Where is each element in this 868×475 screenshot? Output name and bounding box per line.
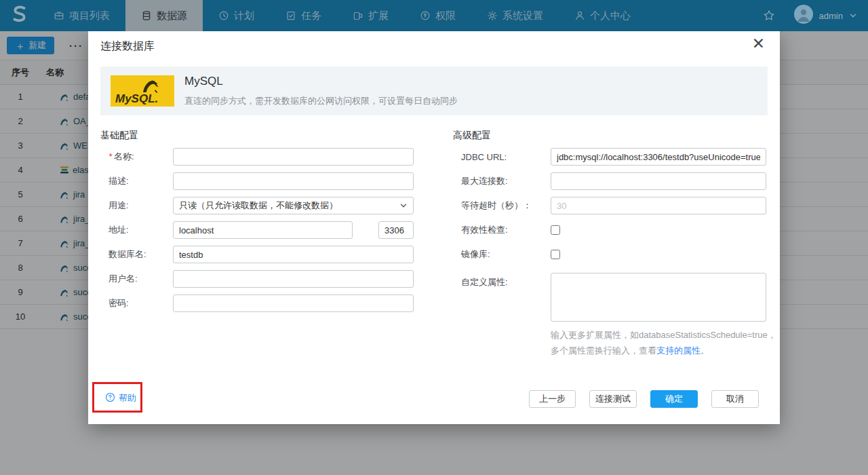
star-icon[interactable] [763,10,775,22]
timeout-field-row: 等待超时（秒）： [461,197,766,214]
host-input[interactable] [173,221,353,239]
validity-check-checkbox[interactable] [551,225,560,235]
usage-selected-value: 只读（只允许读取数据，不能修改数据） [179,200,338,212]
username-input[interactable] [173,270,414,288]
select-chevron-down-icon [399,202,408,210]
nav-item-extensions[interactable]: 扩展 [337,0,404,31]
username-label: 用户名: [108,273,173,285]
custom-properties-textarea[interactable] [551,273,766,322]
nav-item-tasks[interactable]: 任务 [270,0,337,31]
app-logo[interactable] [0,3,38,28]
connect-database-dialog: 连接数据库 ✕ MySQL. MySQL 直连的同步方式，需开发数据库的公网访问… [88,31,780,424]
close-icon[interactable]: ✕ [752,36,765,52]
port-input[interactable] [378,221,414,239]
username-label: admin [819,11,843,21]
database-name-field-row: 数据库名: [108,246,414,263]
validity-check-field-row: 有效性检查: [461,221,560,239]
nav-label: 权限 [435,10,456,22]
mirror-db-label: 镜像库: [461,248,551,261]
nav-item-profile[interactable]: 个人中心 [559,0,646,31]
username-field-row: 用户名: [108,270,414,288]
basic-config-section-title: 基础配置 [100,130,138,142]
nav-item-schedule[interactable]: 计划 [203,0,270,31]
mirror-db-checkbox[interactable] [551,250,560,259]
chevron-down-icon [849,12,857,20]
max-connections-field-row: 最大连接数: [461,172,766,190]
profile-icon [574,10,585,21]
datasource-type-banner: MySQL. MySQL 直连的同步方式，需开发数据库的公网访问权限，可设置每日… [100,66,768,115]
tasks-icon [285,10,296,21]
max-connections-label: 最大连接数: [461,175,551,187]
usage-field-row: 用途: 只读（只允许读取数据，不能修改数据） [108,197,414,214]
cancel-button[interactable]: 取消 [711,390,759,408]
password-field-row: 密码: [108,294,414,312]
datasource-type-description: 直连的同步方式，需开发数据库的公网访问权限，可设置每日自动同步 [184,95,458,107]
projects-icon [54,10,64,21]
svg-text:MySQL.: MySQL. [115,92,158,105]
connection-test-button[interactable]: 连接测试 [589,390,637,408]
jdbc-url-label: JDBC URL: [461,152,551,162]
nav-label: 个人中心 [590,10,631,22]
nav-label: 系统设置 [502,10,543,22]
nav-item-projects[interactable]: 项目列表 [38,0,125,31]
custom-properties-hint: 输入更多扩展属性，如databaseStatisticsSchedule=tru… [551,327,778,358]
nav-label: 数据源 [157,10,187,22]
usage-label: 用途: [108,200,173,212]
jdbc-url-input[interactable] [551,148,766,166]
avatar [794,5,813,26]
custom-properties-label: 自定义属性: [461,273,551,322]
nav-label: 计划 [234,10,254,22]
max-connections-input[interactable] [551,172,766,190]
timeout-label: 等待超时（秒）： [461,200,551,212]
password-label: 密码: [108,297,173,309]
nav-label: 任务 [301,10,321,22]
screen: 项目列表 数据源 计划 任务 扩展 权限 系统设置 个人中心 [0,0,868,475]
jdbc-url-field-row: JDBC URL: [461,148,766,166]
top-nav: 项目列表 数据源 计划 任务 扩展 权限 系统设置 个人中心 [38,0,646,31]
description-input[interactable] [173,172,414,190]
custom-properties-field-row: 自定义属性: [461,273,766,322]
help-link[interactable]: 帮助 [105,392,136,404]
nav-label: 扩展 [368,10,389,22]
required-mark: * [108,151,112,162]
description-field-row: 描述: [108,172,414,190]
datasource-icon [141,10,152,21]
top-navigation-bar: 项目列表 数据源 计划 任务 扩展 权限 系统设置 个人中心 [0,0,868,31]
nav-item-settings[interactable]: 系统设置 [471,0,559,31]
supported-properties-link[interactable]: 支持的属性 [656,345,701,356]
s-logo-icon [7,3,31,28]
password-input[interactable] [173,294,414,312]
user-menu[interactable]: admin [794,5,857,26]
name-field-row: *名称: [108,148,414,166]
mysql-logo: MySQL. [111,75,174,107]
nav-item-datasource[interactable]: 数据源 [125,0,203,31]
description-label: 描述: [108,175,173,187]
topbar-right: admin [763,5,868,26]
extensions-icon [353,10,363,21]
database-name-input[interactable] [173,246,414,263]
confirm-button[interactable]: 确定 [650,390,698,408]
schedule-icon [218,10,229,21]
mirror-db-field-row: 镜像库: [461,246,560,263]
question-circle-icon [105,392,115,404]
name-label: *名称: [108,151,173,163]
dialog-title: 连接数据库 [100,39,155,54]
name-input[interactable] [173,148,414,166]
timeout-input[interactable] [551,197,766,214]
address-field-row: 地址: [108,221,414,239]
database-name-label: 数据库名: [108,248,173,261]
datasource-type-name: MySQL [184,75,223,88]
address-label: 地址: [108,224,173,236]
permissions-icon [420,10,431,21]
nav-item-permissions[interactable]: 权限 [404,0,471,31]
previous-step-button[interactable]: 上一步 [529,390,576,408]
settings-icon [487,10,498,21]
usage-select[interactable]: 只读（只允许读取数据，不能修改数据） [173,197,414,214]
advanced-config-section-title: 高级配置 [453,130,491,142]
validity-check-label: 有效性检查: [461,224,551,236]
nav-label: 项目列表 [69,10,110,22]
